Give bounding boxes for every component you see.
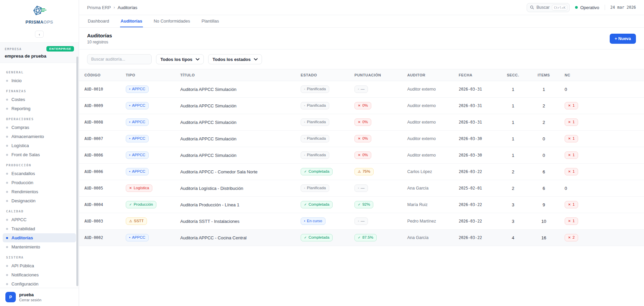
table-row[interactable]: AUD-0010•APPCCAuditoría APPCC Simulación…: [79, 81, 644, 98]
cell-secc: 1: [497, 131, 529, 147]
type-badge-label: APPCC: [132, 104, 146, 108]
cell-titulo: Auditoría APPCC - Cocina Central: [178, 230, 299, 246]
status-indicator: Operativo: [575, 5, 599, 10]
cell-items: 0: [529, 147, 559, 164]
status-badge-label: Completada: [308, 203, 329, 207]
cell-items: 6: [529, 180, 559, 197]
sidebar-item-configuracion[interactable]: Configuración: [3, 279, 76, 288]
table-row[interactable]: AUD-0006•APPCCAuditoría APPCC - Comedor …: [79, 164, 644, 180]
page-header: Auditorías 10 registros + Nueva: [79, 28, 644, 49]
cell-items: 10: [529, 213, 559, 230]
cell-titulo: Auditoría APPCC Simulación: [178, 147, 299, 164]
sidebar-item-trazabilidad[interactable]: Trazabilidad: [3, 224, 76, 233]
table-row[interactable]: AUD-0005✕LogísticaAuditoría Logística - …: [79, 180, 644, 197]
sidebar-item-label: Logística: [11, 143, 29, 148]
circle-icon: ◦: [304, 137, 305, 140]
cell-items: 0: [529, 131, 559, 147]
sidebar-item-auditorias[interactable]: Auditorías: [3, 233, 76, 242]
cell-secc: 4: [497, 230, 529, 246]
avatar: P: [5, 292, 16, 302]
cell-fecha: 2026-03-22: [457, 230, 497, 246]
sidebar-item-escandallos[interactable]: Escandallos: [3, 169, 76, 178]
bullet-dot-icon: [6, 99, 8, 101]
app-root: PRISMAOPS ‹ EMPRESA ENTERPRISE empresa d…: [0, 0, 644, 306]
table-row[interactable]: AUD-0004✓ProducciónAuditoría Producción …: [79, 197, 644, 213]
cell-titulo: Auditoría APPCC - Comedor Sala Norte: [178, 164, 299, 180]
breadcrumb-separator: ›: [114, 5, 115, 10]
nav-section-label: PRODUCCIÓN: [3, 159, 76, 169]
type-badge: ✓Producción: [126, 201, 156, 208]
score-badge: ◦—: [354, 184, 368, 192]
sidebar-item-rendimientos[interactable]: Rendimientos: [3, 187, 76, 196]
cell-estado: ✓Completada: [299, 197, 352, 213]
bullet-dot-icon: [6, 80, 8, 82]
sidebar-item-api-publica[interactable]: API Pública: [3, 261, 76, 270]
cell-secc: 3: [497, 197, 529, 213]
sidebar-item-compras[interactable]: Compras: [3, 123, 76, 132]
tab-auditorias[interactable]: Auditorías: [120, 15, 143, 27]
breadcrumb-root[interactable]: Prisma ERP: [87, 5, 111, 10]
cell-codigo: AUD-0008: [79, 114, 124, 131]
table-row[interactable]: AUD-0006•APPCCAuditoría APPCC Simulación…: [79, 147, 644, 164]
sidebar-item-label: Producción: [11, 180, 33, 185]
filters-bar: Todos los tipos Todos los estados: [79, 49, 644, 69]
sidebar-item-inicio[interactable]: Inicio: [3, 76, 76, 85]
sidebar-item-front-de-salas[interactable]: Front de Salas: [3, 150, 76, 159]
sidebar-item-label: Mantenimiento: [11, 244, 40, 249]
sidebar-collapse-button[interactable]: ‹: [35, 31, 44, 38]
cell-titulo: Auditoría SSTT - Instalaciones: [178, 213, 299, 230]
new-audit-button[interactable]: + Nueva: [610, 34, 636, 44]
cell-nc: ✕1: [559, 197, 644, 213]
x-icon: ✕: [568, 104, 571, 107]
score-badge-label: 0%: [362, 153, 368, 157]
score-badge-label: 92%: [362, 203, 370, 207]
sidebar-item-almacenamiento[interactable]: Almacenamiento: [3, 132, 76, 141]
table-row[interactable]: AUD-0003⚠SSTTAuditoría SSTT - Instalacio…: [79, 213, 644, 230]
cell-auditor: María Ruiz: [405, 197, 457, 213]
score-badge-label: —: [361, 87, 365, 91]
sidebar-item-reporting[interactable]: Reporting: [3, 104, 76, 113]
tab-no-conformidades[interactable]: No Conformidades: [153, 15, 191, 27]
score-badge: ◦—: [354, 217, 368, 225]
status-badge-label: Completada: [308, 236, 329, 240]
cell-puntuacion: ◦—: [352, 180, 405, 197]
status-badge-label: Completada: [308, 170, 329, 174]
sidebar-scrollbar[interactable]: [76, 57, 78, 286]
column-header-ttulo: TÍTULO: [178, 69, 299, 81]
type-filter-select[interactable]: Todos los tipos: [156, 54, 204, 64]
status-badge: ◦Planificada: [301, 151, 329, 159]
sidebar-item-notificaciones[interactable]: Notificaciones: [3, 270, 76, 279]
tab-plantillas[interactable]: Plantillas: [201, 15, 220, 27]
sidebar-item-label: Compras: [11, 125, 29, 130]
nc-count: 0: [565, 87, 567, 92]
status-badge: ◦Planificada: [301, 184, 329, 192]
status-dot-icon: [575, 6, 578, 9]
table-row[interactable]: AUD-0008•APPCCAuditoría APPCC Simulación…: [79, 114, 644, 131]
sidebar-item-designacion[interactable]: Designación: [3, 196, 76, 205]
cell-nc: ✕1: [559, 213, 644, 230]
column-header-puntuacin: PUNTUACIÓN: [352, 69, 405, 81]
table-header-row: CÓDIGOTIPOTÍTULOESTADOPUNTUACIÓNAUDITORF…: [79, 69, 644, 81]
sidebar-item-produccion[interactable]: Producción: [3, 178, 76, 187]
cell-puntuacion: ◦—: [352, 213, 405, 230]
sidebar-item-appcc[interactable]: APPCC: [3, 215, 76, 224]
sidebar-item-logistica[interactable]: Logística: [3, 141, 76, 150]
nav-section-label: GENERAL: [3, 66, 76, 76]
tab-dashboard[interactable]: Dashboard: [87, 15, 110, 27]
circle-icon: ◦: [358, 88, 359, 91]
logout-link[interactable]: Cerrar sesión: [19, 298, 41, 302]
table-row[interactable]: AUD-0009•APPCCAuditoría APPCC Simulación…: [79, 98, 644, 114]
sidebar-item-mantenimiento[interactable]: Mantenimiento: [3, 242, 76, 251]
bullet-dot-icon: [6, 145, 8, 147]
nc-count: 1: [572, 170, 574, 174]
x-icon: ✕: [568, 137, 571, 140]
audit-search-input[interactable]: [87, 54, 152, 64]
status-filter-select[interactable]: Todos los estados: [208, 54, 262, 64]
column-header-auditor: AUDITOR: [405, 69, 457, 81]
table-row[interactable]: AUD-0007•APPCCAuditoría APPCC Simulación…: [79, 131, 644, 147]
sidebar-item-costes[interactable]: Costes: [3, 95, 76, 104]
check-icon: ✓: [358, 236, 361, 239]
global-search[interactable]: Buscar Ctrl+K: [527, 3, 570, 12]
table-row[interactable]: AUD-0002•APPCCAuditoría APPCC - Cocina C…: [79, 230, 644, 246]
bullet-dot-icon: [6, 200, 8, 202]
